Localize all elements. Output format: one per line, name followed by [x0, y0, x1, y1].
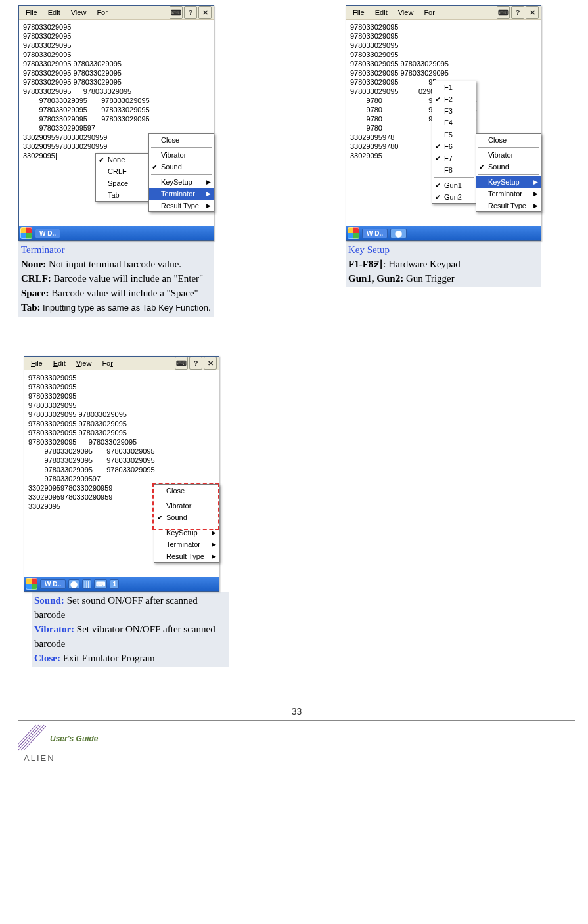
menu-item-vibrator[interactable]: Vibrator: [476, 149, 541, 161]
task-item[interactable]: W D..: [362, 229, 388, 238]
popup-keysetup[interactable]: F1✔F2F3F4F5✔F6✔F7F8✔Gun1✔Gun2: [432, 81, 476, 204]
window-terminator: File Edit View For ⌨ ? ✕ 978033029095978…: [18, 5, 214, 241]
start-icon[interactable]: [26, 578, 37, 590]
popup-main[interactable]: CloseVibrator✔SoundKeySetup▶Terminator▶R…: [154, 484, 219, 563]
menu-item-vibrator[interactable]: Vibrator: [149, 149, 214, 161]
menu-item-gun1[interactable]: ✔Gun1: [432, 179, 476, 191]
sip-icon[interactable]: ⌨: [94, 579, 107, 589]
start-icon[interactable]: [20, 227, 32, 239]
menu-item-sound[interactable]: ✔Sound: [149, 161, 214, 173]
menu-item-terminator[interactable]: Terminator▶: [154, 539, 219, 550]
menu-item-space[interactable]: Space: [96, 177, 148, 189]
users-guide-label: User's Guide: [50, 734, 99, 743]
close-icon[interactable]: ✕: [198, 6, 212, 19]
menu-file[interactable]: File: [348, 7, 370, 18]
menu-item-crlf[interactable]: CRLF: [96, 165, 148, 177]
popup-main[interactable]: CloseVibrator✔SoundKeySetup▶Terminator▶R…: [476, 133, 541, 212]
menu-item-terminator[interactable]: Terminator▶: [149, 188, 214, 200]
task-item[interactable]: W D..: [40, 579, 66, 589]
menu-file[interactable]: File: [20, 7, 43, 18]
taskbar: W D.. ⬤ ||| ⌨ 1: [24, 577, 219, 591]
barcode-icon[interactable]: |||: [82, 579, 91, 589]
alien-label: ALIEN: [24, 753, 575, 763]
help-icon[interactable]: ?: [189, 357, 202, 370]
menubar: File Edit View For ⌨ ? ✕: [346, 6, 541, 20]
menu-item-f2[interactable]: ✔F2: [432, 93, 476, 105]
menu-item-none[interactable]: ✔None: [96, 154, 148, 165]
menu-edit[interactable]: Edit: [48, 358, 71, 368]
menu-for[interactable]: For: [91, 7, 113, 18]
tray-icon[interactable]: ⬤: [68, 579, 79, 589]
window-keysetup: File Edit View For ⌨ ? ✕ 978033029095978…: [346, 5, 541, 241]
sip-icon[interactable]: ⌨: [497, 6, 510, 19]
menu-item-close[interactable]: Close: [149, 134, 214, 146]
sip-icon[interactable]: ⌨: [170, 6, 183, 19]
menu-item-close[interactable]: Close: [476, 134, 541, 146]
caption-terminator: Terminator None: Not input terminal barc…: [18, 241, 214, 317]
menu-item-sound[interactable]: ✔Sound: [476, 161, 541, 173]
menu-item-f7[interactable]: ✔F7: [432, 152, 476, 164]
close-icon[interactable]: ✕: [204, 357, 217, 370]
tray-icon[interactable]: ⬤: [390, 229, 407, 238]
page-footer: 33 User's Guide ALIEN: [18, 706, 575, 763]
menubar: File Edit View For ⌨ ? ✕: [19, 6, 214, 20]
taskbar: W D..: [19, 226, 214, 240]
menu-item-f4[interactable]: F4: [432, 117, 476, 129]
svg-line-1: [18, 725, 41, 750]
caption-keysetup: Key Setup F1-F8키: Hardware KeypadGun1, G…: [346, 241, 541, 287]
menu-item-close[interactable]: Close: [154, 485, 219, 496]
task-item[interactable]: W D..: [35, 229, 60, 238]
menu-item-result type[interactable]: Result Type▶: [476, 200, 541, 211]
close-icon[interactable]: ✕: [526, 6, 539, 19]
menu-item-result type[interactable]: Result Type▶: [154, 550, 219, 562]
menu-item-keysetup[interactable]: KeySetup▶: [154, 527, 219, 539]
page-number: 33: [18, 706, 575, 716]
menu-edit[interactable]: Edit: [370, 7, 393, 18]
menu-item-sound[interactable]: ✔Sound: [154, 512, 219, 523]
menu-view[interactable]: View: [71, 358, 97, 368]
help-icon[interactable]: ?: [511, 6, 524, 19]
start-icon[interactable]: [348, 227, 359, 239]
taskbar: W D.. ⬤: [346, 226, 541, 240]
menu-item-terminator[interactable]: Terminator▶: [476, 188, 541, 200]
sip-icon[interactable]: ⌨: [175, 357, 188, 370]
alien-logo-icon: [18, 724, 46, 753]
menu-item-gun2[interactable]: ✔Gun2: [432, 191, 476, 203]
menu-item-keysetup[interactable]: KeySetup▶: [476, 176, 541, 188]
menu-view[interactable]: View: [66, 7, 92, 18]
menu-item-f8[interactable]: F8: [432, 164, 476, 176]
menu-item-f5[interactable]: F5: [432, 129, 476, 141]
menu-for[interactable]: For: [97, 358, 118, 368]
menu-item-tab[interactable]: Tab: [96, 189, 148, 201]
menu-item-f6[interactable]: ✔F6: [432, 141, 476, 152]
menu-for[interactable]: For: [418, 7, 440, 18]
menu-edit[interactable]: Edit: [43, 7, 66, 18]
menu-view[interactable]: View: [393, 7, 419, 18]
menu-item-f3[interactable]: F3: [432, 105, 476, 117]
menubar: File Edit View For ⌨ ? ✕: [24, 357, 219, 370]
menu-item-keysetup[interactable]: KeySetup▶: [149, 176, 214, 188]
menu-file[interactable]: File: [26, 358, 48, 368]
caption-sound: Sound: Set sound ON/OFF after scanned ba…: [32, 592, 229, 667]
help-icon[interactable]: ?: [184, 6, 197, 19]
menu-item-result type[interactable]: Result Type▶: [149, 200, 214, 211]
window-sound: File Edit View For ⌨ ? ✕ 978033029095978…: [24, 356, 219, 592]
menu-item-f1[interactable]: F1: [432, 81, 476, 93]
popup-terminator[interactable]: ✔NoneCRLFSpaceTab: [95, 153, 149, 202]
menu-item-vibrator[interactable]: Vibrator: [154, 500, 219, 512]
popup-main[interactable]: CloseVibrator✔SoundKeySetup▶Terminator▶R…: [148, 133, 214, 212]
tray-one-icon[interactable]: 1: [110, 579, 119, 589]
